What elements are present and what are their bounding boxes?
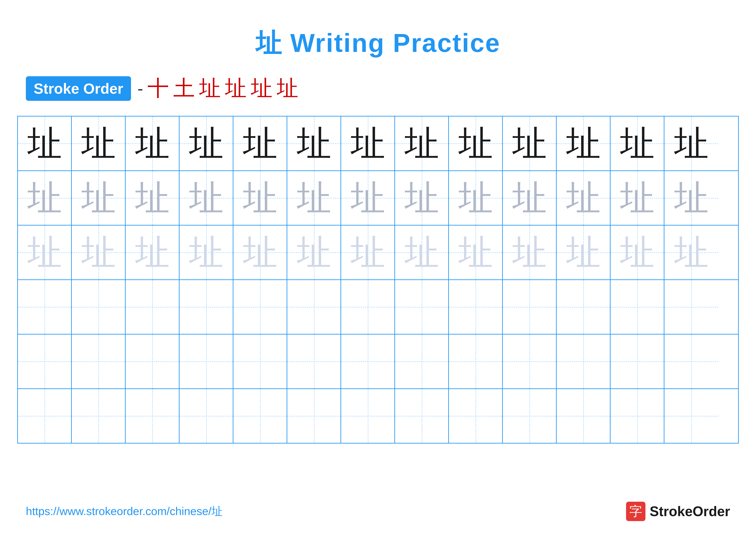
grid-cell-4-10[interactable] xyxy=(557,335,610,388)
grid-cell-2-12[interactable]: 址 xyxy=(664,225,718,279)
grid-cell-2-0[interactable]: 址 xyxy=(18,225,72,279)
stroke-dash: - xyxy=(138,79,143,98)
grid-cell-4-9[interactable] xyxy=(503,335,557,388)
grid-cell-1-5[interactable]: 址 xyxy=(287,171,341,225)
grid-cell-4-11[interactable] xyxy=(610,335,664,388)
stroke-6: 址 xyxy=(277,74,298,103)
grid-cell-3-3[interactable] xyxy=(179,280,233,334)
grid-cell-1-11[interactable]: 址 xyxy=(610,171,664,225)
grid-cell-1-2[interactable]: 址 xyxy=(126,171,179,225)
grid-cell-3-10[interactable] xyxy=(557,280,610,334)
grid-cell-4-5[interactable] xyxy=(287,335,341,388)
grid-cell-3-9[interactable] xyxy=(503,280,557,334)
grid-cell-3-5[interactable] xyxy=(287,280,341,334)
footer-url[interactable]: https://www.strokeorder.com/chinese/址 xyxy=(26,504,223,519)
grid-cell-4-0[interactable] xyxy=(18,335,72,388)
practice-char: 址 xyxy=(512,181,547,215)
grid-cell-1-10[interactable]: 址 xyxy=(557,171,610,225)
grid-cell-5-11[interactable] xyxy=(610,389,664,443)
practice-char: 址 xyxy=(189,181,224,215)
grid-cell-1-1[interactable]: 址 xyxy=(72,171,126,225)
grid-row-3 xyxy=(18,280,738,335)
grid-cell-5-10[interactable] xyxy=(557,389,610,443)
grid-cell-0-2[interactable]: 址 xyxy=(126,116,179,170)
grid-cell-3-7[interactable] xyxy=(395,280,449,334)
grid-cell-1-6[interactable]: 址 xyxy=(341,171,395,225)
grid-cell-3-8[interactable] xyxy=(449,280,503,334)
grid-cell-0-7[interactable]: 址 xyxy=(395,116,449,170)
grid-cell-5-1[interactable] xyxy=(72,389,126,443)
grid-cell-0-8[interactable]: 址 xyxy=(449,116,503,170)
practice-char: 址 xyxy=(27,181,62,215)
grid-cell-4-4[interactable] xyxy=(233,335,287,388)
grid-cell-0-5[interactable]: 址 xyxy=(287,116,341,170)
practice-char: 址 xyxy=(297,235,331,270)
practice-char: 址 xyxy=(566,181,601,215)
grid-cell-0-3[interactable]: 址 xyxy=(179,116,233,170)
grid-cell-4-3[interactable] xyxy=(179,335,233,388)
grid-cell-0-1[interactable]: 址 xyxy=(72,116,126,170)
grid-cell-5-2[interactable] xyxy=(126,389,179,443)
practice-char: 址 xyxy=(405,126,439,161)
grid-cell-2-4[interactable]: 址 xyxy=(233,225,287,279)
grid-cell-3-2[interactable] xyxy=(126,280,179,334)
grid-cell-1-3[interactable]: 址 xyxy=(179,171,233,225)
grid-cell-4-6[interactable] xyxy=(341,335,395,388)
grid-cell-5-7[interactable] xyxy=(395,389,449,443)
grid-cell-0-6[interactable]: 址 xyxy=(341,116,395,170)
grid-cell-0-4[interactable]: 址 xyxy=(233,116,287,170)
practice-char: 址 xyxy=(297,181,331,215)
grid-cell-4-7[interactable] xyxy=(395,335,449,388)
grid-cell-0-0[interactable]: 址 xyxy=(18,116,72,170)
grid-cell-4-2[interactable] xyxy=(126,335,179,388)
practice-char: 址 xyxy=(189,126,224,161)
grid-cell-4-1[interactable] xyxy=(72,335,126,388)
grid-cell-0-12[interactable]: 址 xyxy=(664,116,718,170)
practice-char: 址 xyxy=(27,235,62,270)
grid-cell-2-8[interactable]: 址 xyxy=(449,225,503,279)
practice-char: 址 xyxy=(405,181,439,215)
grid-cell-2-3[interactable]: 址 xyxy=(179,225,233,279)
practice-char: 址 xyxy=(135,126,170,161)
grid-cell-0-11[interactable]: 址 xyxy=(610,116,664,170)
grid-row-4 xyxy=(18,335,738,389)
grid-cell-2-11[interactable]: 址 xyxy=(610,225,664,279)
grid-cell-5-12[interactable] xyxy=(664,389,718,443)
grid-cell-3-1[interactable] xyxy=(72,280,126,334)
grid-cell-1-7[interactable]: 址 xyxy=(395,171,449,225)
grid-cell-2-10[interactable]: 址 xyxy=(557,225,610,279)
stroke-5: 址 xyxy=(251,74,272,103)
grid-cell-1-0[interactable]: 址 xyxy=(18,171,72,225)
grid-cell-3-6[interactable] xyxy=(341,280,395,334)
grid-cell-5-6[interactable] xyxy=(341,389,395,443)
grid-row-5 xyxy=(18,389,738,443)
grid-cell-3-4[interactable] xyxy=(233,280,287,334)
grid-cell-5-9[interactable] xyxy=(503,389,557,443)
logo-icon: 字 xyxy=(626,502,645,521)
grid-cell-0-10[interactable]: 址 xyxy=(557,116,610,170)
grid-cell-1-9[interactable]: 址 xyxy=(503,171,557,225)
grid-cell-4-12[interactable] xyxy=(664,335,718,388)
grid-cell-5-0[interactable] xyxy=(18,389,72,443)
grid-cell-0-9[interactable]: 址 xyxy=(503,116,557,170)
grid-cell-5-3[interactable] xyxy=(179,389,233,443)
practice-char: 址 xyxy=(135,235,170,270)
grid-cell-2-7[interactable]: 址 xyxy=(395,225,449,279)
grid-cell-2-2[interactable]: 址 xyxy=(126,225,179,279)
grid-cell-1-8[interactable]: 址 xyxy=(449,171,503,225)
practice-char: 址 xyxy=(27,126,62,161)
grid-cell-4-8[interactable] xyxy=(449,335,503,388)
practice-char: 址 xyxy=(243,235,277,270)
grid-cell-5-5[interactable] xyxy=(287,389,341,443)
grid-cell-3-12[interactable] xyxy=(664,280,718,334)
grid-cell-2-6[interactable]: 址 xyxy=(341,225,395,279)
grid-cell-1-4[interactable]: 址 xyxy=(233,171,287,225)
grid-cell-2-1[interactable]: 址 xyxy=(72,225,126,279)
grid-cell-5-4[interactable] xyxy=(233,389,287,443)
grid-cell-1-12[interactable]: 址 xyxy=(664,171,718,225)
grid-cell-3-11[interactable] xyxy=(610,280,664,334)
grid-cell-2-5[interactable]: 址 xyxy=(287,225,341,279)
grid-cell-3-0[interactable] xyxy=(18,280,72,334)
grid-cell-2-9[interactable]: 址 xyxy=(503,225,557,279)
grid-cell-5-8[interactable] xyxy=(449,389,503,443)
